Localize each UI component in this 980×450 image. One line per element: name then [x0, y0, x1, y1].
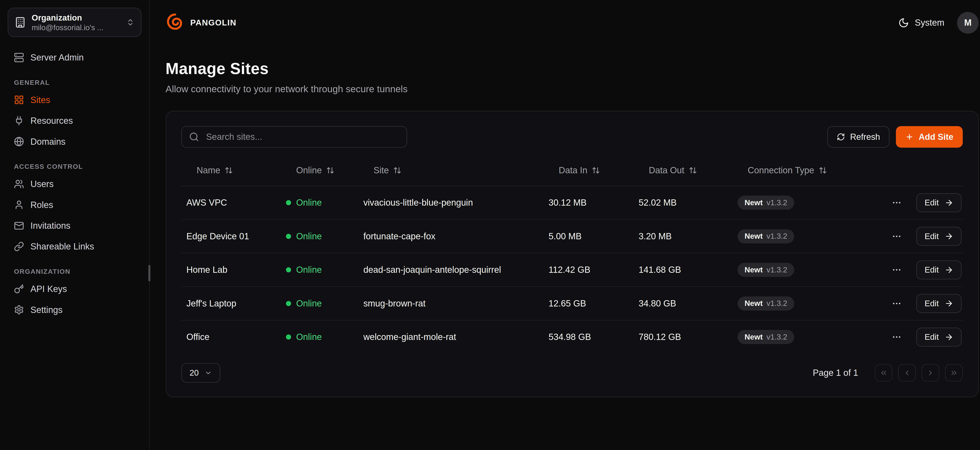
- site-name-cell: Edge Device 01: [181, 231, 281, 241]
- sidebar-item-users[interactable]: Users: [8, 174, 142, 195]
- sidebar-item-settings[interactable]: Settings: [8, 299, 142, 320]
- organization-title: Organization: [32, 13, 121, 23]
- data-in-cell: 5.00 MB: [544, 231, 633, 241]
- first-page-button[interactable]: [875, 364, 892, 382]
- online-status-label: Online: [296, 298, 322, 309]
- column-header-data-out[interactable]: Data Out: [633, 165, 732, 176]
- column-header-data-in[interactable]: Data In: [544, 165, 633, 176]
- sort-icon: [224, 166, 233, 174]
- online-status-dot: [286, 301, 291, 306]
- row-menu-button[interactable]: [889, 262, 904, 277]
- site-tunnel-cell: dead-san-joaquin-antelope-squirrel: [358, 265, 544, 275]
- edit-button[interactable]: Edit: [916, 227, 962, 246]
- avatar[interactable]: M: [957, 12, 978, 33]
- site-name-cell: Office: [181, 332, 281, 342]
- pagination: Page 1 of 1: [813, 364, 963, 382]
- connection-type-version: v1.3.2: [767, 198, 788, 208]
- edit-button[interactable]: Edit: [916, 193, 962, 212]
- connection-type-cell: Newt v1.3.2: [732, 229, 897, 243]
- connection-type-version: v1.3.2: [767, 333, 788, 342]
- table-row: Edge Device 01 Online fortunate-cape-fox…: [181, 219, 963, 253]
- sidebar-item-label: Users: [30, 178, 54, 190]
- sidebar-item-roles[interactable]: Roles: [8, 195, 142, 215]
- refresh-icon: [837, 133, 845, 141]
- refresh-button[interactable]: Refresh: [827, 126, 889, 147]
- pangolin-logo-icon: [165, 12, 185, 33]
- search-input[interactable]: [205, 131, 399, 143]
- sidebar-item-resources[interactable]: Resources: [8, 111, 142, 131]
- table-footer: 20 Page 1 of 1: [181, 363, 963, 383]
- data-out-cell: 141.68 GB: [633, 265, 732, 275]
- row-actions: Edit: [897, 328, 963, 347]
- arrow-right-icon: [945, 232, 953, 241]
- site-status-cell: Online: [281, 265, 358, 275]
- sidebar-item-label: Server Admin: [30, 52, 84, 63]
- previous-page-button[interactable]: [898, 364, 916, 382]
- search-icon: [189, 132, 199, 142]
- page-info: Page 1 of 1: [813, 368, 858, 378]
- add-site-button[interactable]: Add Site: [896, 126, 963, 147]
- connection-type-badge: Newt v1.3.2: [738, 263, 794, 277]
- column-header-online[interactable]: Online: [281, 165, 358, 176]
- sort-icon: [592, 166, 600, 174]
- data-out-cell: 3.20 MB: [633, 231, 732, 241]
- sidebar-item-domains[interactable]: Domains: [8, 131, 142, 152]
- sidebar-item-label: API Keys: [30, 283, 67, 295]
- table-row: Office Online welcome-giant-mole-rat 534…: [181, 320, 963, 354]
- data-out-cell: 34.80 GB: [633, 298, 732, 309]
- connection-type-version: v1.3.2: [767, 299, 788, 308]
- site-tunnel-cell: smug-brown-rat: [358, 298, 544, 309]
- section-label-organization: ORGANIZATION: [8, 268, 142, 275]
- row-actions: Edit: [897, 260, 963, 279]
- online-status-label: Online: [296, 265, 322, 275]
- online-status-dot: [286, 200, 291, 205]
- sidebar-item-shareable-links[interactable]: Shareable Links: [8, 236, 142, 257]
- site-status-cell: Online: [281, 198, 358, 208]
- sidebar-item-api-keys[interactable]: API Keys: [8, 279, 142, 299]
- sort-icon: [819, 166, 827, 174]
- data-in-cell: 534.98 GB: [544, 332, 633, 342]
- sidebar-scrollbar-thumb[interactable]: [148, 265, 150, 281]
- app-root: Organization milo@fossorial.io's ... Ser…: [0, 0, 980, 450]
- sidebar-item-sites[interactable]: Sites: [8, 89, 142, 110]
- last-page-button[interactable]: [945, 364, 963, 382]
- mail-icon: [14, 221, 24, 231]
- page-size-select[interactable]: 20: [181, 363, 220, 383]
- row-menu-button[interactable]: [889, 296, 904, 311]
- connection-type-name: Newt: [745, 232, 763, 241]
- section-label-general: GENERAL: [8, 79, 142, 86]
- toolbar-actions: Refresh Add Site: [827, 126, 963, 147]
- sidebar-item-server-admin[interactable]: Server Admin: [8, 47, 142, 68]
- sidebar-item-invitations[interactable]: Invitations: [8, 215, 142, 236]
- online-status-label: Online: [296, 231, 322, 241]
- search-box: [181, 126, 407, 147]
- organization-picker[interactable]: Organization milo@fossorial.io's ...: [8, 8, 142, 37]
- link-icon: [14, 241, 24, 252]
- edit-button[interactable]: Edit: [916, 328, 962, 347]
- column-header-connection-type[interactable]: Connection Type: [732, 165, 897, 176]
- row-menu-button[interactable]: [889, 229, 904, 244]
- sidebar-item-label: Settings: [30, 304, 62, 316]
- online-status-label: Online: [296, 332, 322, 342]
- connection-type-badge: Newt v1.3.2: [738, 196, 794, 210]
- edit-button[interactable]: Edit: [916, 260, 962, 279]
- page-subtitle: Allow connectivity to your network throu…: [165, 83, 978, 94]
- sort-icon: [393, 166, 401, 174]
- row-menu-button[interactable]: [889, 195, 904, 210]
- theme-toggle[interactable]: System: [898, 17, 944, 28]
- column-header-name[interactable]: Name: [181, 165, 281, 176]
- site-tunnel-cell: vivacious-little-blue-penguin: [358, 198, 544, 208]
- brand-name: PANGOLIN: [190, 18, 237, 27]
- column-header-site[interactable]: Site: [358, 165, 544, 176]
- next-page-button[interactable]: [921, 364, 939, 382]
- key-icon: [14, 284, 24, 294]
- grid-icon: [14, 95, 24, 105]
- sidebar-item-label: Sites: [30, 94, 50, 106]
- brand[interactable]: PANGOLIN: [165, 12, 237, 33]
- site-name-cell: Jeff's Laptop: [181, 298, 281, 309]
- edit-button[interactable]: Edit: [916, 294, 962, 313]
- connection-type-name: Newt: [745, 299, 763, 308]
- gear-icon: [14, 305, 24, 315]
- server-icon: [14, 52, 24, 63]
- row-menu-button[interactable]: [889, 330, 904, 345]
